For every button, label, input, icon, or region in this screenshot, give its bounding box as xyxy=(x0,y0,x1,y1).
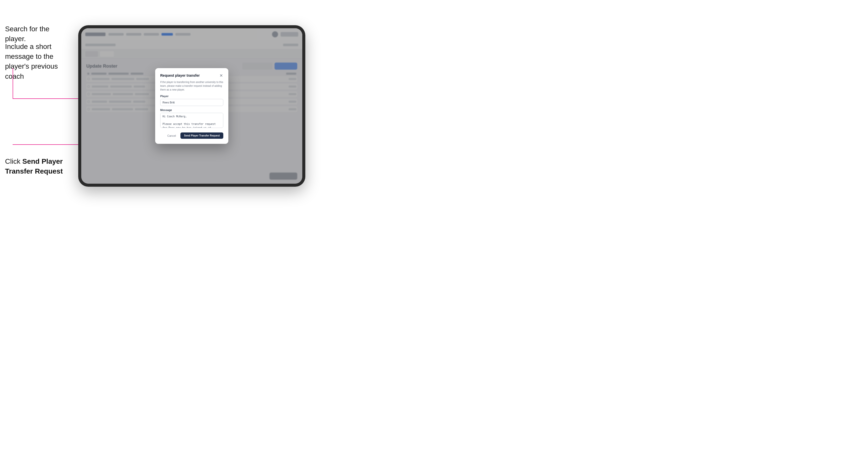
modal-header: Request player transfer ✕ xyxy=(160,73,223,78)
annotation-search-text: Search for the player. xyxy=(5,25,50,43)
modal-close-button[interactable]: ✕ xyxy=(219,73,223,78)
modal-footer: Cancel Send Player Transfer Request xyxy=(160,132,223,139)
player-input[interactable] xyxy=(160,99,223,106)
tablet-screen: Update Roster xyxy=(81,28,302,184)
modal-description: If the player is transferring from anoth… xyxy=(160,80,223,92)
message-label: Message xyxy=(160,108,223,112)
modal-overlay: Request player transfer ✕ If the player … xyxy=(81,28,302,184)
tablet-frame: Update Roster xyxy=(78,25,305,187)
annotation-click-prefix: Click xyxy=(5,157,22,165)
player-label: Player xyxy=(160,95,223,98)
arrow-bracket-vertical xyxy=(12,68,13,98)
modal-dialog: Request player transfer ✕ If the player … xyxy=(155,68,228,144)
send-player-transfer-button[interactable]: Send Player Transfer Request xyxy=(180,132,223,139)
modal-title: Request player transfer xyxy=(160,73,199,77)
annotation-message: Include a short message to the player's … xyxy=(5,42,73,81)
message-textarea[interactable]: Hi Coach McHarg, Please accept this tran… xyxy=(160,113,223,128)
annotation-click: Click Send Player Transfer Request xyxy=(5,156,68,176)
annotation-search: Search for the player. xyxy=(5,24,71,44)
cancel-button[interactable]: Cancel xyxy=(165,133,178,138)
